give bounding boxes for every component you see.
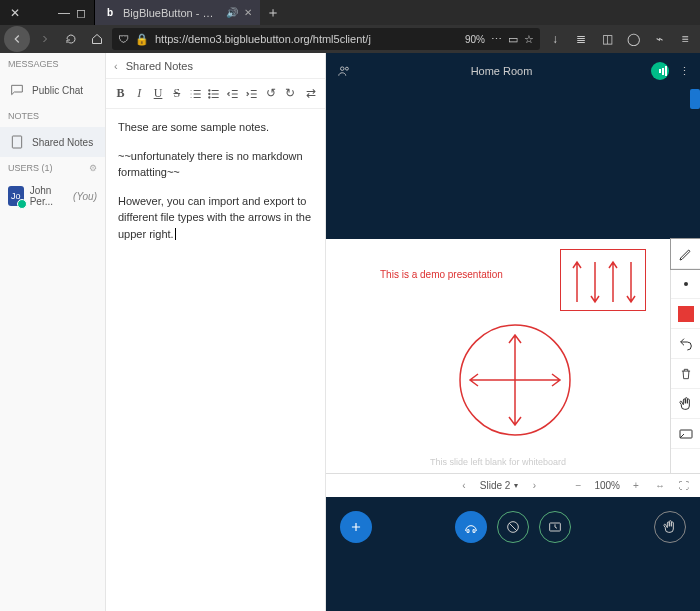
svg-point-3 [209,96,210,97]
slide-demo-label: This is a demo presentation [380,269,503,280]
pencil-tool[interactable] [671,239,700,269]
browser-tabbar: ✕ — ◻ b BigBlueButton - Home 🔊 ✕ ＋ [0,0,700,25]
room-title: Home Room [352,65,651,77]
bbb-app: MESSAGES Public Chat NOTES Shared Notes … [0,53,700,611]
browser-tab-inactive[interactable]: ✕ — ◻ [0,0,95,25]
slide-select[interactable]: Slide 2 ▾ [480,480,519,491]
users-heading: USERS (1) ⚙ [0,157,105,179]
chat-icon [8,81,26,99]
maximize-icon[interactable]: ◻ [76,6,86,20]
forward-button[interactable] [34,28,56,50]
arrows-annotation [560,249,646,311]
options-menu-icon[interactable]: ⋮ [679,65,690,78]
fit-width-button[interactable]: ↔ [652,478,668,494]
indent-button[interactable] [244,84,261,104]
notes-heading: NOTES [0,105,105,127]
connection-status-icon[interactable] [651,62,669,80]
notes-label: NOTES [8,111,39,121]
minimize-icon[interactable]: — [58,6,70,20]
zoom-in-button[interactable]: + [628,478,644,494]
browser-tab-active[interactable]: b BigBlueButton - Home 🔊 ✕ [95,0,260,25]
notes-paragraph: ~~unfortunately there is no markdown for… [118,148,313,181]
bold-button[interactable]: B [112,84,129,104]
extension-icon[interactable]: ⌁ [648,28,670,50]
lock-icon: 🔒 [135,33,149,46]
whiteboard-toolbar [670,239,700,473]
presentation-spacer [326,89,700,239]
svg-point-4 [341,67,345,71]
fullscreen-button[interactable]: ⛶ [676,478,692,494]
notes-paragraph: These are some sample notes. [118,119,313,136]
underline-button[interactable]: U [150,84,167,104]
public-chat-item[interactable]: Public Chat [0,75,105,105]
svg-point-1 [209,89,210,90]
reader-icon[interactable]: ▭ [508,33,518,46]
new-tab-button[interactable]: ＋ [260,0,285,25]
outdent-button[interactable] [225,84,242,104]
whiteboard-scroll-handle[interactable] [690,89,700,109]
notes-back-icon[interactable]: ‹ [114,60,118,72]
url-bar[interactable]: 🛡 🔒 https://demo3.bigbluebutton.org/html… [112,28,540,50]
import-export-button[interactable]: ⇄ [302,84,319,104]
ordered-list-button[interactable] [187,84,204,104]
you-label: (You) [73,191,97,202]
notes-title: Shared Notes [126,60,193,72]
undo-button[interactable]: ↺ [263,84,280,104]
library-icon[interactable]: ≣ [570,28,592,50]
prev-slide-button[interactable]: ‹ [456,478,472,494]
thickness-tool[interactable] [671,269,700,299]
slide-footer-text: This slide left blank for whiteboard [326,457,670,467]
italic-button[interactable]: I [131,84,148,104]
notes-editor[interactable]: These are some sample notes. ~~unfortuna… [106,109,325,611]
audio-button[interactable] [455,511,487,543]
multiuser-tool[interactable] [671,419,700,449]
palm-tool[interactable] [671,389,700,419]
back-button[interactable] [4,26,30,52]
redo-button[interactable]: ↻ [281,84,298,104]
home-button[interactable] [86,28,108,50]
bookmark-icon[interactable]: ☆ [524,33,534,46]
zoom-out-button[interactable]: − [570,478,586,494]
clear-tool[interactable] [671,359,700,389]
messages-label: MESSAGES [8,59,59,69]
page-actions-icon[interactable]: ⋯ [491,33,502,46]
shared-notes-item[interactable]: Shared Notes [0,127,105,157]
close-tab-icon[interactable]: ✕ [244,7,252,18]
tab-label: BigBlueButton - Home [123,7,220,19]
next-slide-button[interactable]: › [526,478,542,494]
presentation-wrap: This is a demo presentation [326,89,700,611]
zoom-label[interactable]: 90% [465,34,485,45]
share-camera-button[interactable] [539,511,571,543]
audio-icon[interactable]: 🔊 [226,7,238,18]
menu-icon[interactable]: ≡ [674,28,696,50]
raise-hand-button[interactable] [654,511,686,543]
svg-point-2 [209,93,210,94]
undo-tool[interactable] [671,329,700,359]
public-chat-label: Public Chat [32,85,83,96]
color-tool[interactable] [671,299,700,329]
share-screen-button[interactable] [497,511,529,543]
shield-icon[interactable]: 🛡 [118,33,129,45]
user-avatar: Jo [8,186,24,206]
downloads-icon[interactable]: ↓ [544,28,566,50]
slide-canvas[interactable]: This is a demo presentation [326,239,670,473]
user-item[interactable]: Jo John Per... (You) [0,179,105,213]
user-name: John Per... [30,185,67,207]
shared-notes-label: Shared Notes [32,137,93,148]
url-text: https://demo3.bigbluebutton.org/html5cli… [155,33,459,45]
notes-paragraph: However, you can import and export to di… [118,193,313,243]
notes-header: ‹ Shared Notes [106,53,325,79]
strike-button[interactable]: S [168,84,185,104]
users-toggle-icon[interactable] [336,64,352,78]
actions-plus-button[interactable] [340,511,372,543]
reload-button[interactable] [60,28,82,50]
slide-current-label: Slide 2 [480,480,511,491]
unordered-list-button[interactable] [206,84,223,104]
users-settings-icon[interactable]: ⚙ [89,163,97,173]
sidebar-icon[interactable]: ◫ [596,28,618,50]
close-icon[interactable]: ✕ [8,6,22,20]
account-icon[interactable]: ◯ [622,28,644,50]
svg-rect-0 [12,136,21,148]
svg-point-5 [345,67,348,70]
svg-point-7 [684,282,688,286]
